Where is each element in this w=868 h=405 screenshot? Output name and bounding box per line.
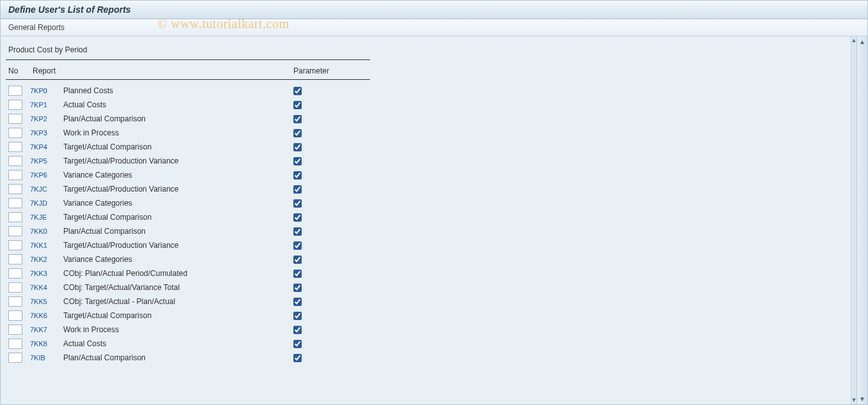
- no-cell: [8, 268, 27, 279]
- app-window: © www.tutorialkart.com Define User's Lis…: [0, 0, 868, 405]
- no-input[interactable]: [8, 86, 22, 96]
- content-area: Product Cost by Period No Report Paramet…: [1, 36, 851, 404]
- report-code-link[interactable]: 7KK3: [27, 270, 59, 277]
- report-code-link[interactable]: 7KJC: [27, 185, 59, 193]
- no-input[interactable]: [8, 226, 22, 236]
- report-code-link[interactable]: 7KP1: [27, 101, 59, 109]
- inner-scroll-rail[interactable]: ▲ ▼: [851, 36, 856, 404]
- table-row: 7KIBPlan/Actual Comparison: [6, 351, 370, 365]
- report-name: Variance Categories: [59, 199, 293, 208]
- param-cell: [293, 354, 370, 362]
- report-code-link[interactable]: 7KK2: [27, 256, 59, 263]
- no-input[interactable]: [8, 114, 22, 124]
- no-input[interactable]: [8, 184, 22, 194]
- no-input[interactable]: [8, 282, 22, 293]
- param-cell: [293, 185, 370, 194]
- table-row: 7KP3Work in Process: [6, 126, 370, 140]
- table-row: 7KP6Variance Categories: [6, 168, 370, 182]
- table-row: 7KK5CObj: Target/Actual - Plan/Actual: [6, 294, 370, 309]
- report-code-link[interactable]: 7KIB: [27, 354, 59, 362]
- no-cell: [8, 86, 27, 96]
- report-name: Target/Actual Comparison: [59, 142, 293, 151]
- parameter-checkbox[interactable]: [293, 213, 302, 222]
- no-input[interactable]: [8, 212, 22, 222]
- no-input[interactable]: [8, 310, 22, 321]
- table-row: 7KK7Work in Process: [6, 323, 370, 337]
- parameter-checkbox[interactable]: [293, 143, 302, 151]
- parameter-checkbox[interactable]: [293, 312, 302, 320]
- table-row: 7KJCTarget/Actual/Production Variance: [6, 182, 370, 196]
- no-input[interactable]: [8, 339, 22, 349]
- param-cell: [293, 213, 370, 222]
- no-cell: [8, 282, 27, 293]
- report-code-link[interactable]: 7KK8: [27, 340, 59, 348]
- param-cell: [293, 171, 370, 180]
- no-cell: [8, 114, 27, 124]
- no-input[interactable]: [8, 254, 22, 264]
- parameter-checkbox[interactable]: [293, 115, 302, 123]
- parameter-checkbox[interactable]: [293, 157, 302, 165]
- no-input[interactable]: [8, 142, 22, 152]
- report-code-link[interactable]: 7KK1: [27, 241, 59, 249]
- table-row: 7KP4Target/Actual Comparison: [6, 140, 370, 154]
- no-input[interactable]: [8, 296, 22, 307]
- report-code-link[interactable]: 7KK4: [27, 284, 59, 291]
- report-name: Plan/Actual Comparison: [59, 227, 293, 236]
- param-cell: [293, 312, 370, 320]
- no-input[interactable]: [8, 240, 22, 250]
- parameter-checkbox[interactable]: [293, 256, 302, 264]
- no-cell: [8, 156, 27, 166]
- parameter-checkbox[interactable]: [293, 284, 302, 292]
- parameter-checkbox[interactable]: [293, 340, 302, 348]
- table-row: 7KJDVariance Categories: [6, 196, 370, 210]
- report-code-link[interactable]: 7KK6: [27, 312, 59, 319]
- scroll-up-icon[interactable]: ▲: [858, 38, 867, 46]
- parameter-checkbox[interactable]: [293, 199, 302, 208]
- scroll-track[interactable]: [857, 46, 867, 395]
- parameter-checkbox[interactable]: [293, 87, 302, 95]
- table-row: 7KP2Plan/Actual Comparison: [6, 112, 370, 126]
- no-input[interactable]: [8, 325, 22, 335]
- no-input[interactable]: [8, 128, 22, 138]
- section-heading: Product Cost by Period: [6, 44, 843, 59]
- param-cell: [293, 115, 370, 123]
- parameter-checkbox[interactable]: [293, 171, 302, 180]
- report-code-link[interactable]: 7KP0: [27, 87, 59, 95]
- no-input[interactable]: [8, 268, 22, 279]
- report-code-link[interactable]: 7KP4: [27, 143, 59, 151]
- vertical-scrollbar[interactable]: ▲ ▼: [856, 36, 867, 404]
- general-reports-button[interactable]: General Reports: [8, 23, 65, 32]
- param-cell: [293, 284, 370, 292]
- parameter-checkbox[interactable]: [293, 185, 302, 194]
- no-input[interactable]: [8, 170, 22, 180]
- no-input[interactable]: [8, 100, 22, 110]
- report-name: Variance Categories: [59, 255, 293, 264]
- report-name: Planned Costs: [59, 86, 293, 95]
- report-code-link[interactable]: 7KJE: [27, 213, 59, 221]
- parameter-checkbox[interactable]: [293, 241, 302, 250]
- report-code-link[interactable]: 7KP5: [27, 157, 59, 165]
- report-name: Target/Actual/Production Variance: [59, 185, 293, 194]
- report-code-link[interactable]: 7KK0: [27, 227, 59, 235]
- report-code-link[interactable]: 7KP3: [27, 129, 59, 137]
- report-code-link[interactable]: 7KJD: [27, 199, 59, 207]
- report-name: Target/Actual/Production Variance: [59, 157, 293, 165]
- report-code-link[interactable]: 7KK5: [27, 298, 59, 305]
- no-input[interactable]: [8, 198, 22, 208]
- report-code-link[interactable]: 7KK7: [27, 326, 59, 333]
- divider-top: [6, 59, 370, 60]
- parameter-checkbox[interactable]: [293, 270, 302, 278]
- no-input[interactable]: [8, 353, 22, 363]
- no-input[interactable]: [8, 156, 22, 166]
- parameter-checkbox[interactable]: [293, 227, 302, 236]
- scroll-down-icon[interactable]: ▼: [858, 395, 867, 403]
- param-cell: [293, 129, 370, 137]
- parameter-checkbox[interactable]: [293, 129, 302, 137]
- parameter-checkbox[interactable]: [293, 354, 302, 362]
- param-cell: [293, 227, 370, 236]
- report-code-link[interactable]: 7KP2: [27, 115, 59, 123]
- report-code-link[interactable]: 7KP6: [27, 171, 59, 179]
- parameter-checkbox[interactable]: [293, 298, 302, 306]
- parameter-checkbox[interactable]: [293, 326, 302, 334]
- parameter-checkbox[interactable]: [293, 101, 302, 109]
